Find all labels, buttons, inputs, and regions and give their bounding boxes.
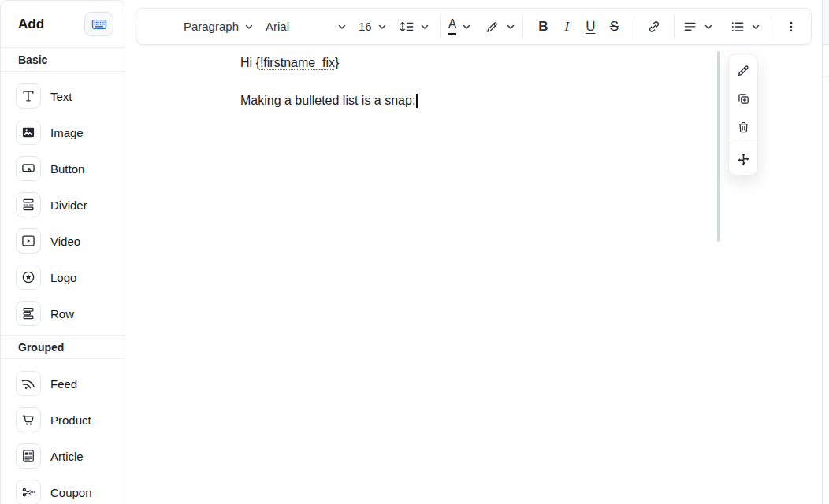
block-toolbar-divider (729, 143, 758, 143)
sidebar-item-text[interactable]: Text (1, 78, 125, 114)
chevron-down-icon (338, 24, 346, 30)
sidebar-item-label: Coupon (50, 486, 92, 499)
sidebar-item-divider[interactable]: Divider (1, 187, 125, 223)
greeting-suffix: } (335, 56, 339, 69)
sidebar-item-label: Article (50, 450, 84, 463)
sidebar-title: Add (18, 17, 44, 32)
toolbar-divider (522, 15, 523, 39)
line-height-icon (399, 19, 414, 35)
bullet-list-icon (730, 19, 745, 35)
trash-icon (736, 120, 751, 135)
kebab-icon (784, 20, 798, 34)
greeting-line: Hi {!firstname_fix} (240, 55, 682, 70)
sidebar-item-feed[interactable]: Feed (1, 365, 125, 402)
move-icon (736, 152, 751, 167)
sidebar-item-product[interactable]: Product (1, 402, 125, 438)
divider-icon (16, 192, 41, 217)
text-block-editor[interactable]: Hi {!firstname_fix} Making a bulleted li… (240, 55, 682, 131)
sidebar-item-label: Video (50, 235, 80, 248)
pencil-icon (736, 63, 751, 78)
move-block-button[interactable] (729, 145, 757, 173)
list-dropdown[interactable] (730, 19, 760, 35)
sidebar-item-button[interactable]: Button (1, 150, 125, 187)
section-label-basic: Basic (1, 48, 125, 72)
block-action-toolbar (728, 54, 758, 176)
toolbar-divider (634, 15, 634, 39)
highlight-color-dropdown[interactable] (485, 19, 515, 35)
keyboard-shortcuts-button[interactable] (84, 12, 113, 36)
video-icon (16, 228, 41, 254)
product-icon (16, 407, 41, 432)
sidebar-item-label: Divider (50, 198, 87, 212)
paragraph-style-value: Paragraph (184, 20, 239, 33)
align-left-icon (682, 19, 698, 35)
chevron-down-icon (421, 24, 429, 30)
duplicate-icon (736, 91, 751, 106)
merge-tag: !firstname_fix (260, 56, 335, 69)
sidebar-item-label: Image (50, 126, 84, 139)
chevron-down-icon (704, 24, 712, 30)
font-family-dropdown[interactable]: Arial (266, 20, 346, 33)
right-panel-row-edge (823, 45, 829, 77)
button-icon (16, 156, 41, 181)
greeting-prefix: Hi { (240, 56, 260, 69)
keyboard-icon (91, 16, 108, 33)
highlight-icon (485, 19, 500, 35)
chevron-down-icon (378, 24, 386, 30)
sidebar-item-coupon[interactable]: Coupon (1, 474, 125, 504)
font-size-value: 16 (359, 20, 372, 33)
toolbar-divider (440, 15, 441, 39)
sidebar-item-article[interactable]: Article (1, 438, 125, 474)
text-caret (416, 94, 418, 108)
font-family-value: Arial (266, 20, 289, 33)
image-icon (16, 120, 41, 145)
toolbar-divider (674, 15, 675, 39)
add-blocks-sidebar: Add Basic (0, 0, 125, 504)
link-button[interactable] (642, 14, 666, 39)
logo-icon (16, 265, 41, 290)
feed-icon (16, 371, 41, 396)
text-formatting-toolbar: Paragraph Arial 16 A (136, 8, 812, 45)
text-icon (16, 83, 41, 109)
duplicate-block-button[interactable] (729, 84, 757, 113)
section-label-grouped: Grouped (1, 335, 125, 359)
grouped-items: Feed Product Article (1, 359, 125, 504)
body-line: Making a bulleted list is a snap: (240, 93, 682, 108)
sidebar-item-label: Product (50, 413, 91, 427)
chevron-down-icon (463, 24, 470, 30)
italic-button[interactable]: I (555, 14, 578, 39)
row-icon (16, 301, 41, 326)
sidebar-item-logo[interactable]: Logo (1, 259, 125, 295)
more-options-button[interactable] (779, 14, 803, 39)
editor-scrollbar[interactable] (717, 51, 720, 242)
sidebar-header: Add (1, 1, 125, 48)
delete-block-button[interactable] (729, 113, 757, 141)
sidebar-item-label: Button (50, 162, 84, 176)
right-panel-header-edge (823, 0, 829, 45)
chevron-down-icon (507, 24, 515, 30)
article-icon (16, 443, 41, 469)
sidebar-item-label: Feed (50, 377, 77, 391)
strikethrough-button[interactable]: S (602, 14, 626, 39)
paragraph-style-dropdown[interactable]: Paragraph (180, 20, 253, 33)
font-size-dropdown[interactable]: 16 (359, 20, 386, 33)
line-height-dropdown[interactable] (399, 19, 429, 35)
sidebar-item-row[interactable]: Row (1, 295, 125, 332)
text-align-dropdown[interactable] (682, 19, 712, 35)
underline-button[interactable]: U (578, 14, 602, 39)
bold-button[interactable]: B (531, 14, 555, 39)
text-color-icon: A (448, 18, 457, 35)
chevron-down-icon (245, 24, 253, 30)
toolbar-divider (771, 15, 771, 39)
basic-items: Text Image Button (1, 72, 125, 332)
sidebar-item-label: Row (50, 307, 74, 321)
sidebar-item-video[interactable]: Video (1, 223, 125, 259)
text-color-dropdown[interactable]: A (448, 18, 471, 35)
sidebar-item-label: Logo (50, 271, 76, 284)
sidebar-item-label: Text (50, 90, 72, 103)
sidebar-item-image[interactable]: Image (1, 114, 125, 150)
edit-block-button[interactable] (729, 56, 757, 84)
coupon-icon (16, 480, 41, 504)
chevron-down-icon (752, 24, 760, 30)
right-panel-edge (822, 0, 829, 504)
